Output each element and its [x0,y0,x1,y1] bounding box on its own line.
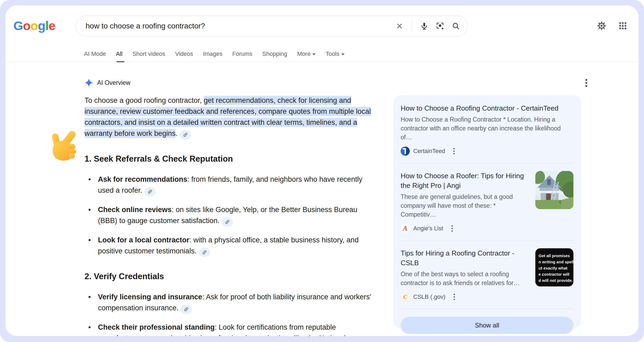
certainteed-favicon [401,147,410,156]
logo-letter: G [13,18,23,33]
citation-link-chip[interactable] [199,248,210,257]
search-divider [412,20,412,32]
section-1-list: Ask for recommendations: from friends, f… [85,174,380,257]
logo-letter: o [30,18,38,33]
google-logo[interactable]: Google [13,18,55,33]
source-card-title[interactable]: How to Choose a Roofer: Tips for Hiring … [401,171,530,190]
screenshot-frame: Google [0,0,644,342]
google-apps-grid-icon[interactable] [618,21,627,30]
source-name: Angie's List [413,225,443,232]
search-input[interactable] [86,22,396,30]
sources-panel: How to Choose a Roofing Contractor - Cer… [393,95,581,328]
angi-favicon: A [401,224,410,233]
tab-images[interactable]: Images [203,50,222,62]
source-more-icon[interactable] [451,147,457,155]
citation-link-chip[interactable] [180,130,191,139]
tab-short-videos[interactable]: Short videos [132,50,165,62]
ai-overview-body: To choose a good roofing contractor, get… [85,95,380,336]
source-card-snippet: How to Choose a Roofing Contractor * Loc… [401,115,573,142]
chevron-down-icon [312,53,316,55]
section-heading-2: 2. Verify Credentials [85,271,380,282]
source-card-title[interactable]: Tips for Hiring a Roofing Contractor - C… [401,248,530,268]
panel-divider [401,309,573,309]
google-results-page: Google [5,5,639,336]
logo-letter: l [45,18,49,33]
panel-divider [401,241,573,241]
citation-link-chip[interactable] [181,305,192,314]
tab-forums[interactable]: Forums [232,50,253,62]
source-name: CSLB (.gov) [413,293,445,300]
source-card-snippet: One of the best ways to select a roofing… [401,270,530,288]
citation-link-chip[interactable] [222,217,233,227]
settings-gear-icon[interactable] [597,21,606,31]
result-filter-tabs: AI Mode All Short videos Videos Images F… [84,50,345,62]
search-bar[interactable] [76,16,468,37]
source-more-icon[interactable] [449,225,455,232]
section-2-list: Verify licensing and insurance: Ask for … [85,292,380,336]
house-photo-thumbnail [535,171,573,209]
tab-all[interactable]: All [116,50,122,62]
google-lens-icon[interactable] [436,21,445,31]
section-heading-1: 1. Seek Referrals & Check Reputation [85,153,380,164]
chevron-down-icon [341,53,345,55]
logo-letter: o [23,18,31,33]
list-item: Verify licensing and insurance: Ask for … [85,292,372,314]
pointing-hand-emoji [48,128,79,164]
cslb-favicon: C [401,292,410,301]
tab-videos[interactable]: Videos [175,50,193,62]
source-card-title[interactable]: How to Choose a Roofing Contractor - Cer… [401,103,573,113]
list-item: Check online reviews: on sites like Goog… [85,204,372,227]
clear-search-icon[interactable] [396,22,404,30]
source-card-cslb[interactable]: Tips for Hiring a Roofing Contractor - C… [401,248,573,301]
list-item: Check their professional standing: Look … [85,322,372,336]
ai-overview-more-icon[interactable] [583,78,590,88]
voice-search-icon[interactable] [420,22,429,30]
list-item: Ask for recommendations: from friends, f… [85,174,372,196]
show-all-button[interactable]: Show all [401,317,573,334]
logo-letter: e [49,18,55,33]
search-submit-icon[interactable] [452,22,460,30]
quote-text-thumbnail: Get all promises n writing and spell ut … [535,248,573,286]
tab-ai-mode[interactable]: AI Mode [84,50,106,62]
tab-shopping[interactable]: Shopping [262,50,287,62]
ai-spark-icon [85,78,93,87]
source-card-certainteed[interactable]: How to Choose a Roofing Contractor - Cer… [401,103,573,156]
list-item: Look for a local contractor: with a phys… [85,235,372,257]
ai-overview-intro: To choose a good roofing contractor, get… [85,95,380,139]
source-more-icon[interactable] [452,293,457,301]
citation-link-chip[interactable] [144,187,156,196]
logo-letter: g [38,18,45,33]
tab-more[interactable]: More [297,50,316,62]
source-name: CertainTeed [413,148,445,155]
tab-tools[interactable]: Tools [325,50,344,62]
panel-divider [401,163,573,163]
source-card-snippet: These are general guidelines, but a good… [401,192,530,219]
tabs-divider [5,62,639,62]
ai-overview-label: AI Overview [97,79,130,86]
source-card-angi[interactable]: How to Choose a Roofer: Tips for Hiring … [401,171,573,233]
